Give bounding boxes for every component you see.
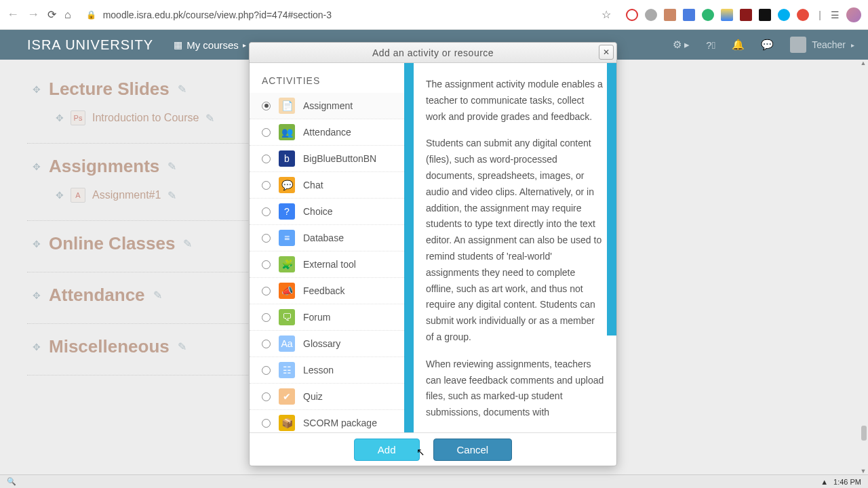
activity-icon: 🧩 [279, 256, 295, 272]
radio-button[interactable] [262, 128, 271, 137]
section-title-row: ✥ Online Classes ✎ [33, 233, 251, 254]
url-text: moodle.isra.edu.pk/course/view.php?id=47… [103, 9, 332, 20]
ext-icon[interactable] [664, 9, 676, 21]
clock[interactable]: 1:46 PM [833, 478, 861, 486]
activity-option[interactable]: ✔ Quiz [250, 384, 404, 410]
section-name[interactable]: Online Classes [49, 233, 175, 254]
radio-button[interactable] [262, 340, 271, 348]
edit-pencil-icon[interactable]: ✎ [183, 237, 192, 250]
move-handle-icon[interactable]: ✥ [56, 113, 64, 123]
back-button[interactable]: ← [7, 7, 19, 22]
activity-option[interactable]: 💬 Chat [250, 172, 404, 199]
modal-close-button[interactable]: ✕ [599, 45, 614, 60]
activity-option[interactable]: ≡ Database [250, 225, 404, 251]
scroll-up-arrow[interactable]: ▲ [860, 60, 867, 66]
add-button[interactable]: Add [354, 439, 420, 461]
profile-avatar[interactable] [846, 7, 861, 22]
ext-icon[interactable] [759, 9, 771, 21]
radio-button[interactable] [262, 313, 271, 322]
radio-button[interactable] [262, 366, 271, 375]
item-label: Assignment#1 [92, 189, 161, 201]
activity-option[interactable]: 🗨 Forum [250, 304, 404, 331]
description-scrollbar[interactable] [607, 63, 616, 336]
activity-option[interactable]: b BigBlueButtonBN [250, 146, 404, 172]
section-item[interactable]: ✥ A Assignment#1 ✎ [56, 188, 251, 203]
radio-button[interactable] [262, 207, 271, 216]
activity-option[interactable]: ☷ Lesson [250, 357, 404, 384]
cancel-button[interactable]: Cancel [433, 439, 513, 461]
ext-icon[interactable] [683, 9, 695, 21]
move-handle-icon[interactable]: ✥ [33, 290, 41, 301]
my-courses-menu[interactable]: ▦ My courses ▸ [174, 39, 246, 51]
section-name[interactable]: Assignments [49, 156, 159, 177]
radio-button[interactable] [262, 392, 271, 401]
radio-button[interactable] [262, 102, 271, 110]
page-scrollbar-thumb[interactable] [861, 426, 867, 441]
modal-titlebar: Add an activity or resource ✕ [250, 43, 616, 63]
tray-icon[interactable]: ▲ [821, 478, 828, 486]
extension-icons: | ☰ [626, 7, 861, 22]
ext-icon[interactable] [740, 9, 752, 21]
address-bar[interactable]: 🔒 moodle.isra.edu.pk/course/view.php?id=… [79, 9, 594, 20]
forward-button[interactable]: → [27, 7, 39, 22]
move-handle-icon[interactable]: ✥ [33, 239, 41, 249]
radio-button[interactable] [262, 234, 271, 243]
home-button[interactable]: ⌂ [64, 9, 71, 21]
activity-option[interactable]: 📣 Feedback [250, 278, 404, 304]
ext-icon[interactable] [797, 9, 809, 21]
activity-label: Assignment [303, 100, 353, 111]
section-name[interactable]: Miscelleneous [49, 336, 170, 357]
edit-pencil-icon[interactable]: ✎ [167, 160, 176, 173]
radio-button[interactable] [262, 287, 271, 296]
move-handle-icon[interactable]: ✥ [33, 84, 41, 95]
radio-button[interactable] [262, 155, 271, 163]
ext-icon[interactable] [645, 9, 657, 21]
radio-button[interactable] [262, 181, 271, 190]
ext-icon[interactable] [778, 9, 790, 21]
help-icon[interactable]: ?⃝ [706, 39, 715, 51]
section-name[interactable]: Attendance [49, 285, 145, 306]
search-icon[interactable]: 🔍 [7, 477, 16, 486]
section-item[interactable]: ✥ Ps Introduction to Course ✎ [56, 110, 251, 125]
activity-icon: 🗨 [279, 309, 295, 325]
edit-pencil-icon[interactable]: ✎ [178, 83, 186, 96]
activity-option[interactable]: 📦 SCORM package [250, 410, 404, 432]
ext-icon[interactable] [702, 9, 714, 21]
activity-option[interactable]: Aa Glossary [250, 331, 404, 357]
ext-icon[interactable] [626, 9, 638, 21]
user-name: Teacher [812, 39, 846, 50]
section-title-row: ✥ Lecture Slides ✎ [33, 79, 251, 100]
edit-pencil-icon[interactable]: ✎ [153, 289, 162, 302]
ext-icon[interactable] [721, 9, 733, 21]
activity-option[interactable]: 🧩 External tool [250, 251, 404, 278]
edit-pencil-icon[interactable]: ✎ [167, 189, 176, 202]
edit-pencil-icon[interactable]: ✎ [178, 340, 186, 353]
user-menu[interactable]: Teacher ▸ [790, 37, 854, 53]
add-activity-modal: Add an activity or resource ✕ ACTIVITIES… [249, 42, 617, 466]
edit-pencil-icon[interactable]: ✎ [205, 112, 214, 125]
bookmark-star-icon[interactable]: ☆ [601, 8, 611, 21]
activity-option[interactable]: 👥 Attendance [250, 119, 404, 146]
lock-icon: 🔒 [86, 10, 96, 20]
bell-icon[interactable]: 🔔 [732, 39, 745, 51]
dashboard-icon: ▦ [174, 39, 182, 50]
activity-label: Glossary [303, 338, 340, 349]
radio-button[interactable] [262, 260, 271, 269]
scroll-down-arrow[interactable]: ▼ [860, 468, 867, 474]
activity-option[interactable]: 📄 Assignment [250, 93, 404, 119]
gear-icon[interactable]: ⚙ ▸ [673, 39, 690, 51]
messages-icon[interactable]: 💬 [761, 39, 774, 51]
radio-button[interactable] [262, 419, 271, 428]
site-brand[interactable]: ISRA UNIVERSITY [27, 37, 153, 53]
activity-description: The assignment activity module enables a… [414, 63, 616, 432]
move-handle-icon[interactable]: ✥ [33, 342, 41, 352]
move-handle-icon[interactable]: ✥ [56, 190, 64, 201]
reading-list-icon[interactable]: ☰ [831, 9, 840, 20]
section-name[interactable]: Lecture Slides [49, 79, 170, 100]
activity-icon: b [279, 150, 295, 167]
activity-label: Feedback [303, 285, 344, 296]
reload-button[interactable]: ⟳ [47, 8, 56, 21]
move-handle-icon[interactable]: ✥ [33, 161, 41, 172]
activity-option[interactable]: ? Choice [250, 199, 404, 225]
section-title-row: ✥ Attendance ✎ [33, 285, 251, 306]
